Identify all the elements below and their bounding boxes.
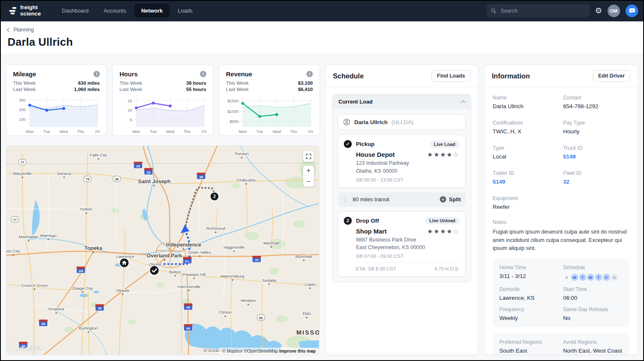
metric-row: Last Week55 hours	[119, 87, 206, 92]
field-domicile: Domicile Lawrence, KS	[499, 286, 559, 301]
chart-revenue: $1500$1000$500MonTueWedThuFri	[226, 95, 314, 135]
field-equipment: EquipmentReefer	[493, 195, 559, 210]
svg-text:Tue: Tue	[43, 129, 50, 134]
primary-nav: DashboardAccountsNetworkLoads	[55, 4, 200, 18]
svg-text:Wed: Wed	[60, 129, 68, 134]
svg-text:Trenton: Trenton	[234, 151, 249, 156]
field-contact: Contact654-798-1292	[563, 95, 629, 109]
field-trailer-id: Trailer ID5149	[493, 170, 559, 185]
svg-text:Harrisonville: Harrisonville	[177, 284, 200, 289]
svg-text:49: 49	[186, 306, 190, 309]
svg-text:Holton: Holton	[80, 207, 92, 211]
chevron-left-icon	[7, 28, 11, 32]
svg-text:Marshall: Marshall	[263, 241, 279, 245]
svg-text:Thu: Thu	[184, 129, 190, 134]
zoom-out-button[interactable]: −	[303, 176, 314, 187]
field-frequency: Frequency Weekly	[499, 306, 559, 321]
search-icon	[491, 8, 496, 14]
user-avatar[interactable]: OM	[608, 5, 620, 17]
zoom-in-button[interactable]: +	[303, 166, 314, 176]
map-marker-check[interactable]	[150, 265, 159, 275]
plus-circle-icon: +	[440, 196, 446, 203]
search-input[interactable]	[500, 7, 585, 14]
chart-hours: 15105MonTueWedThuFri	[119, 95, 207, 135]
svg-text:Mon: Mon	[132, 129, 140, 134]
info-icon[interactable]: i	[93, 71, 100, 77]
day-pill-t: T	[579, 274, 586, 281]
pickup-stop-card[interactable]: ✓ Pickup Live Load House Depot ★★★★☆ 123…	[338, 135, 466, 188]
find-loads-button[interactable]: Find Loads	[431, 70, 470, 82]
svg-text:Burlington: Burlington	[79, 326, 98, 330]
fullscreen-icon	[306, 153, 312, 159]
notes-field: Notes Fugiat ipsum ipsum deserunt culpa …	[493, 219, 629, 252]
map-marker-home[interactable]	[119, 258, 129, 268]
nav-item-loads[interactable]: Loads	[171, 4, 199, 18]
dropoff-stop-card[interactable]: 2 Drop Off Live Unload Shop Mart ★★★★☆ 9…	[338, 211, 466, 277]
nav-item-accounts[interactable]: Accounts	[97, 4, 132, 18]
svg-text:Fri: Fri	[308, 129, 313, 134]
metric-row: Last Week1,060 miles	[13, 87, 100, 92]
metric-row: Last Week$6,410	[226, 87, 313, 92]
star-filled-icon: ★	[447, 228, 453, 235]
route-map[interactable]: 7777753629293570470335353535494965 Falls…	[6, 145, 319, 355]
info-icon[interactable]: i	[200, 71, 206, 77]
day-pills: SMTWTFS	[563, 273, 623, 281]
current-load-header[interactable]: Current Load	[332, 94, 471, 109]
driver-fields-grid: NameDarla UllrichContact654-798-1292Cert…	[493, 95, 629, 210]
global-search[interactable]	[487, 4, 589, 17]
svg-text:Sedalia: Sedalia	[262, 278, 276, 283]
us-route-shield-75: 75	[84, 176, 91, 182]
field-schedule-days: Schedule SMTWTFS	[563, 265, 623, 281]
info-icon[interactable]: i	[306, 71, 313, 77]
svg-text:49: 49	[186, 327, 190, 330]
svg-text:Mon: Mon	[239, 129, 247, 134]
interstate-shield-470: 470	[183, 257, 192, 264]
svg-text:Emporia: Emporia	[48, 306, 64, 311]
map-canvas: 7777753629293570470335353535494965 Falls…	[6, 146, 319, 355]
field-home-time: Home Time 3/11 - 3/12	[499, 265, 559, 281]
interstate-shield-335: 335	[76, 267, 85, 273]
interstate-shield-29: 29	[134, 162, 143, 169]
drag-handle-icon[interactable]: ⋮	[343, 196, 348, 203]
interstate-shield-35: 35	[197, 173, 205, 179]
nav-item-network[interactable]: Network	[135, 4, 169, 18]
svg-text:65: 65	[259, 316, 263, 320]
improve-map-link[interactable]: Improve this map	[279, 348, 316, 353]
fullscreen-button[interactable]	[303, 151, 314, 162]
split-button[interactable]: + Split	[440, 196, 461, 203]
brand-logo[interactable]: freightscience	[9, 5, 41, 17]
day-pill-s: S	[563, 274, 570, 281]
field-fleet-id: Fleet ID32	[563, 170, 629, 185]
breadcrumb[interactable]: Planning	[8, 27, 34, 33]
schedule-panel: Schedule Find Loads Current Load Da	[325, 65, 478, 355]
hos-text: 4.75 H.O.S.	[434, 266, 460, 271]
field-preferred-regions: Preferred Regions South East	[499, 339, 559, 354]
settings-gear-icon[interactable]: ⚙	[595, 7, 602, 15]
star-empty-icon: ☆	[453, 228, 460, 235]
chat-button[interactable]	[626, 5, 638, 17]
map-marker-stop-number[interactable]: 2	[210, 192, 219, 201]
nav-item-dashboard[interactable]: Dashboard	[55, 4, 96, 18]
pickup-facility-name: House Depot	[356, 151, 395, 158]
mapbox-logo[interactable]: mapbox	[10, 344, 42, 351]
svg-text:36: 36	[115, 177, 119, 181]
svg-text:Warrensburg: Warrensburg	[221, 274, 244, 278]
edit-driver-button[interactable]: Edit Driver	[593, 70, 630, 82]
day-pill-f: F	[603, 274, 610, 281]
top-navbar: freightscience DashboardAccountsNetworkL…	[0, 0, 644, 21]
star-filled-icon: ★	[447, 151, 453, 158]
stat-title: Revenue	[226, 70, 252, 78]
chevron-up-icon	[461, 100, 465, 105]
driver-row[interactable]: Darla Ullrich (ULLDA)	[338, 114, 466, 130]
us-route-shield-77: 77	[18, 159, 26, 165]
svg-text:Saint Joseph: Saint Joseph	[138, 179, 170, 184]
svg-text:77: 77	[13, 218, 17, 222]
svg-text:Grain Valley: Grain Valley	[189, 250, 211, 255]
svg-text:Chillicothe: Chillicothe	[236, 178, 256, 182]
mapbox-logo-icon	[10, 344, 18, 351]
svg-text:Thu: Thu	[290, 129, 297, 134]
field-certifications: CertificationsTWIC, H, X	[493, 120, 559, 135]
interstate-shield-29: 29	[144, 168, 153, 175]
facility-rating: ★★★★☆	[427, 151, 460, 158]
star-filled-icon: ★	[427, 228, 434, 235]
